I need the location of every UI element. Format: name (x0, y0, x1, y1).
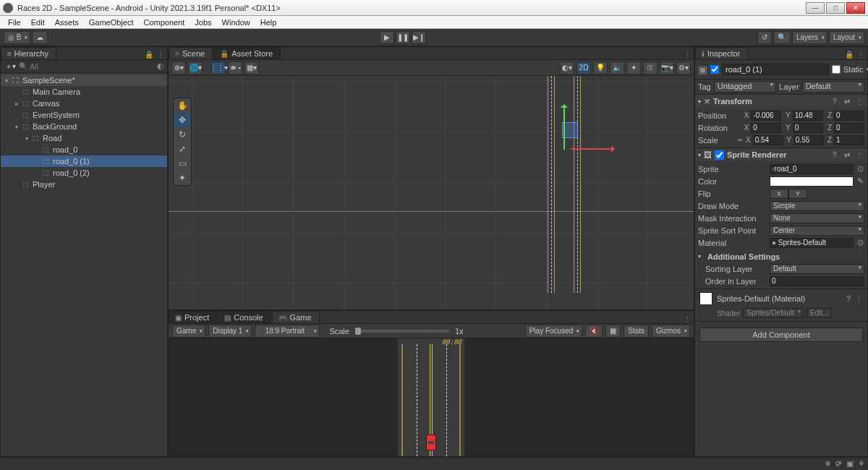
menu-jobs[interactable]: Jobs (190, 18, 216, 27)
stats-button[interactable]: Stats (624, 325, 649, 338)
rotate-tool-button[interactable]: ↻ (174, 127, 191, 142)
pivot-global-button[interactable]: 🌐▾ (188, 61, 203, 74)
menu-file[interactable]: File (3, 18, 26, 27)
hierarchy-menu-icon[interactable]: ⋮ (156, 49, 166, 59)
scene-tab-menu-icon[interactable]: ⋮ (682, 49, 692, 59)
create-dropdown-icon[interactable]: ＋▾ (5, 61, 17, 72)
menu-component[interactable]: Component (138, 18, 190, 27)
rotation-z-input[interactable] (834, 123, 864, 133)
hierarchy-lock-icon[interactable]: 🔒 (144, 49, 154, 59)
gizmos-button[interactable]: ⚙▾ (676, 61, 691, 74)
shader-dropdown[interactable]: Sprites/Default (743, 308, 804, 318)
gameobject-name-input[interactable] (722, 64, 829, 75)
position-x-input[interactable] (751, 111, 781, 121)
fold-icon[interactable]: ▾ (5, 77, 12, 84)
gizmo-y-axis[interactable] (563, 105, 565, 150)
menu-edit[interactable]: Edit (26, 18, 50, 27)
account-dropdown[interactable]: ◎ B (4, 31, 30, 44)
sort-point-dropdown[interactable]: Center (770, 226, 864, 236)
gameobject-cube-icon[interactable]: ▣ (698, 62, 707, 77)
inspector-lock-icon[interactable]: 🔒 (844, 49, 854, 59)
hierarchy-search-input[interactable] (30, 61, 157, 72)
fold-icon[interactable]: ▸ (15, 101, 22, 107)
sorting-layer-dropdown[interactable]: Default (770, 264, 864, 274)
sprite-field[interactable]: ▫road_0 (770, 164, 854, 174)
status-bug-icon[interactable]: ✵ (825, 459, 831, 469)
gizmos-dropdown[interactable]: Gizmos (652, 325, 690, 338)
gizmo-x-axis[interactable] (571, 148, 614, 150)
search-button[interactable]: 🔍 (773, 31, 791, 44)
hierarchy-filter-icon[interactable]: ◐ (157, 61, 167, 71)
component-menu-icon[interactable]: ⋮ (856, 151, 864, 159)
hierarchy-item[interactable]: ▾⬚Road (1, 132, 167, 144)
sprite-renderer-enabled-checkbox[interactable] (715, 150, 724, 160)
audio-toggle-button[interactable]: 🔈 (610, 61, 624, 74)
2d-toggle-button[interactable]: 2D (576, 61, 591, 74)
draw-mode-button[interactable]: ◐▾ (560, 61, 574, 74)
hierarchy-item[interactable]: ▾⬚BackGround (1, 121, 167, 132)
hierarchy-item[interactable]: ⬚road_0 (2) (1, 167, 167, 179)
camera-button[interactable]: 📷▾ (660, 61, 674, 74)
layer-dropdown[interactable]: Default (802, 81, 864, 93)
game-view[interactable]: 00:00 (169, 338, 694, 456)
transform-tool-button[interactable]: ✦ (174, 171, 191, 185)
hierarchy-item[interactable]: ▾⛶SampleScene* (1, 74, 167, 86)
bottom-tab-menu-icon[interactable]: ⋮ (682, 313, 692, 323)
object-picker-icon[interactable]: ⊙ (856, 164, 864, 174)
menu-help[interactable]: Help (255, 18, 282, 27)
pause-button[interactable]: ❚❚ (396, 31, 410, 44)
layout-dropdown[interactable]: Layout (829, 31, 864, 44)
grid-snap-button[interactable]: ⋮⋮▾ (211, 61, 226, 74)
help-icon[interactable]: ? (846, 294, 851, 303)
hidden-toggle-button[interactable]: 👁̸ (643, 61, 658, 74)
material-field[interactable]: ● Sprites-Default (770, 238, 854, 248)
fx-toggle-button[interactable]: ✦ (626, 61, 641, 74)
fold-icon[interactable]: ▾ (698, 98, 701, 105)
rotation-y-input[interactable] (793, 123, 823, 133)
play-focused-dropdown[interactable]: Play Focused (525, 325, 583, 338)
add-component-button[interactable]: Add Component (699, 328, 863, 342)
hierarchy-item[interactable]: ⬚Main Camera (1, 86, 167, 98)
eyedropper-icon[interactable]: ✎ (856, 176, 864, 186)
scale-slider[interactable] (355, 330, 449, 333)
tab-asset-store[interactable]: 🔒Asset Store (213, 47, 281, 59)
display-dropdown[interactable]: Display 1 (208, 325, 252, 338)
pivot-center-button[interactable]: ⊕▾ (171, 61, 186, 74)
hierarchy-item[interactable]: ⬚Player (1, 179, 167, 190)
component-menu-icon[interactable]: ⋮ (856, 98, 864, 106)
minimize-button[interactable]: — (806, 2, 825, 14)
fold-icon[interactable]: ▾ (25, 135, 33, 142)
scale-z-input[interactable] (834, 135, 864, 145)
vsync-button[interactable]: ▦ (605, 325, 621, 338)
hand-tool-button[interactable]: ✋ (174, 98, 191, 113)
status-cache-icon[interactable]: ▣ (846, 459, 854, 469)
hierarchy-item[interactable]: ⬚road_0 (1, 144, 167, 155)
preset-icon[interactable]: ⇄ (844, 98, 853, 106)
component-menu-icon[interactable]: ⋮ (855, 294, 863, 304)
menu-gameobject[interactable]: GameObject (84, 18, 139, 27)
fold-icon[interactable]: ▾ (698, 152, 701, 158)
fold-icon[interactable]: ▾ (15, 124, 22, 130)
fold-icon[interactable]: ▾ (698, 253, 705, 260)
move-tool-button[interactable]: ✥ (174, 113, 191, 127)
scale-x-input[interactable] (753, 135, 783, 145)
grid-visibility-button[interactable]: ▦▾ (244, 61, 259, 74)
flip-x-toggle[interactable]: X (770, 189, 788, 199)
object-picker-icon[interactable]: ⊙ (856, 238, 864, 247)
menu-window[interactable]: Window (217, 18, 255, 27)
mute-button[interactable]: 🔇 (585, 325, 603, 338)
scale-y-input[interactable] (793, 135, 824, 145)
preset-icon[interactable]: ⇄ (844, 151, 853, 159)
hierarchy-item[interactable]: ▸⬚Canvas (1, 98, 167, 109)
menu-assets[interactable]: Assets (50, 18, 84, 27)
inspector-menu-icon[interactable]: ⋮ (856, 49, 866, 59)
cloud-button[interactable]: ☁ (32, 31, 48, 44)
gameobject-enabled-checkbox[interactable] (710, 65, 719, 74)
help-icon[interactable]: ? (833, 151, 841, 159)
maximize-button[interactable]: □ (826, 2, 845, 14)
step-button[interactable]: ▶❙ (412, 31, 426, 44)
close-button[interactable]: ✕ (846, 2, 865, 14)
mask-interaction-dropdown[interactable]: None (770, 213, 864, 223)
help-icon[interactable]: ? (833, 98, 841, 106)
hierarchy-item[interactable]: ⬚EventSystem (1, 109, 167, 121)
